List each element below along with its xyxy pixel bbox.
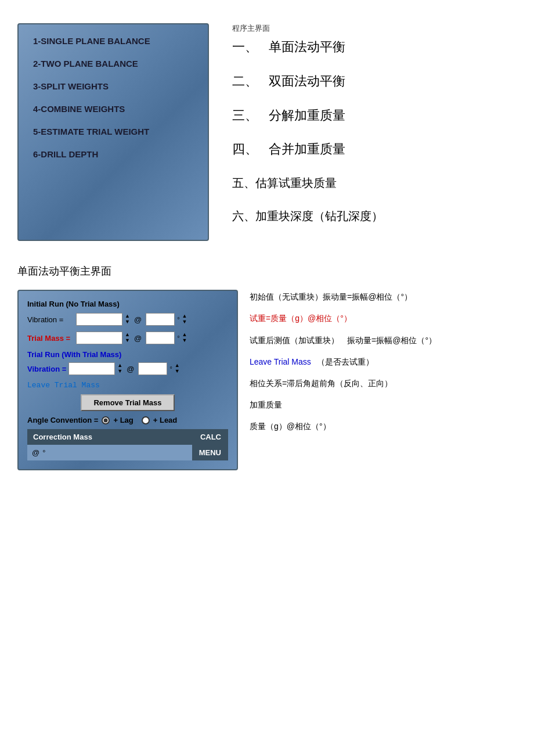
section-title: 单面法动平衡主界面 [17, 264, 517, 278]
balance-desc-text5: 加重质量 [250, 400, 282, 409]
desc-text-4: 合并加重质量 [269, 142, 345, 156]
lead-radio[interactable] [142, 416, 150, 424]
page-container: 1-SINGLE PLANE BALANCE 2-TWO PLANE BALAN… [0, 0, 534, 494]
menu-item-3[interactable]: 3-SPLIT WEIGHTS [33, 81, 193, 91]
lag-radio[interactable] [102, 416, 110, 424]
balance-desc-text1: 初始值（无试重块）振动量=振幅@相位（°） [250, 292, 412, 301]
balance-desc-text3: 试重后测值（加试重块） 振动量=振幅@相位（°） [250, 336, 436, 345]
vibration-input-1-amplitude[interactable] [76, 313, 122, 326]
program-header: 程序主界面 [232, 23, 511, 34]
balance-desc-line1: 初始值（无试重块）振动量=振幅@相位（°） [250, 290, 517, 304]
desc-item-6: 六、加重块深度（钻孔深度） [232, 207, 511, 225]
vibration-input-2-phase[interactable] [138, 362, 167, 375]
vibration-input-1-phase[interactable] [146, 313, 175, 326]
desc-item-3: 三、 分解加重质量 [232, 107, 511, 125]
at-symbol-1: @ [134, 315, 142, 324]
balance-desc-line4: 相位关系=滞后角超前角（反向、正向） [250, 376, 517, 391]
leave-trial-label[interactable]: Leave Trial Mass [27, 381, 100, 390]
trial-mass-input-phase[interactable] [146, 332, 175, 344]
lag-label: + Lag [113, 416, 133, 424]
balance-desc-text6: 质量（g）@相位（°） [250, 422, 331, 431]
desc-text-1: 单面法动平衡 [269, 39, 345, 54]
correction-bottom-row: @ ° [27, 446, 192, 459]
desc-item-5: 五、估算试重块质量 [232, 175, 511, 191]
top-section: 1-SINGLE PLANE BALANCE 2-TWO PLANE BALAN… [17, 23, 517, 241]
balance-desc-text4: 相位关系=滞后角超前角（反向、正向） [250, 379, 392, 388]
balance-desc-text2-red: 试重=质量（g）@相位（°） [250, 314, 352, 323]
menu-item-6[interactable]: 6-DRILL DEPTH [33, 149, 193, 159]
vibration-spinner-1[interactable]: ▲▼ [125, 314, 130, 325]
desc-text-3: 分解加重质量 [269, 108, 345, 123]
angle-convention-row: Angle Convention = + Lag + Lead [27, 416, 228, 424]
balance-desc-line3: 试重后测值（加试重块） 振动量=振幅@相位（°） [250, 333, 517, 348]
desc-num-1: 一、 [232, 39, 258, 54]
correction-section: Correction Mass CALC @ ° MENU [27, 429, 228, 460]
desc-text-5: 五、估算试重块质量 [232, 177, 337, 189]
degree-2: ° [177, 334, 179, 341]
initial-run-header: Initial Run (No Trial Mass) [27, 300, 228, 308]
menu-item-1[interactable]: 1-SINGLE PLANE BALANCE [33, 36, 193, 46]
trial-run-header: Trial Run (With Trial Mass) [27, 350, 228, 359]
at-symbol-3: @ [127, 365, 134, 373]
trial-phase-spinner[interactable]: ▲▼ [182, 332, 187, 344]
desc-num-3: 三、 [232, 108, 258, 123]
calc-button[interactable]: CALC [193, 429, 228, 445]
degree-bottom: ° [42, 448, 45, 457]
vibration-input-2-amplitude[interactable] [68, 362, 115, 375]
vibration-row-2: Vibration = ▲▼ @ ° ▲▼ [27, 362, 228, 375]
desc-num-2: 二、 [232, 74, 258, 88]
desc-item-1: 一、 单面法动平衡 [232, 38, 511, 56]
menu-item-5[interactable]: 5-ESTIMATE TRIAL WEIGHT [33, 127, 193, 136]
desc-text-6: 六、加重块深度（钻孔深度） [232, 210, 383, 222]
balance-container: Initial Run (No Trial Mass) Vibration = … [17, 290, 517, 470]
vibration-spinner-2[interactable]: ▲▼ [117, 363, 122, 375]
vibration-row-1: Vibration = ▲▼ @ ° ▲▼ [27, 313, 228, 326]
vibration-label-2: Vibration = [27, 365, 66, 373]
correction-mass-label: Correction Mass [27, 429, 193, 445]
menu-item-4[interactable]: 4-COMBINE WEIGHTS [33, 104, 193, 114]
balance-panel: Initial Run (No Trial Mass) Vibration = … [17, 290, 238, 470]
menu-item-2[interactable]: 2-TWO PLANE BALANCE [33, 59, 193, 69]
remove-trial-mass-button[interactable]: Remove Trial Mass [81, 394, 174, 411]
trial-mass-label: Trial Mass = [27, 334, 74, 343]
lead-label: + Lead [153, 416, 178, 424]
angle-convention-label: Angle Convention = [27, 416, 98, 424]
correction-top-row: Correction Mass CALC [27, 429, 228, 445]
menu-panel: 1-SINGLE PLANE BALANCE 2-TWO PLANE BALAN… [17, 23, 209, 241]
leave-trial-cn: （是否去试重） [317, 355, 374, 369]
trial-mass-row: Trial Mass = ▲▼ @ ° ▲▼ [27, 332, 228, 344]
menu-button[interactable]: MENU [192, 445, 228, 460]
desc-item-4: 四、 合并加重质量 [232, 141, 511, 159]
degree-1: ° [177, 316, 179, 323]
balance-description: 初始值（无试重块）振动量=振幅@相位（°） 试重=质量（g）@相位（°） 试重后… [250, 290, 517, 441]
desc-num-4: 四、 [232, 142, 258, 156]
degree-3: ° [169, 365, 172, 372]
balance-desc-line2: 试重=质量（g）@相位（°） [250, 311, 517, 326]
vibration-label-1: Vibration = [27, 315, 74, 324]
desc-item-2: 二、 双面法动平衡 [232, 73, 511, 91]
desc-panel: 程序主界面 一、 单面法动平衡 二、 双面法动平衡 三、 分解加重质量 四、 合… [226, 23, 517, 241]
at-symbol-2: @ [134, 334, 142, 343]
leave-trial-desc: Leave Trial Mass [250, 355, 311, 369]
trial-mass-spinner[interactable]: ▲▼ [125, 332, 130, 344]
balance-desc-line5: 加重质量 [250, 398, 517, 412]
at-bottom-symbol: @ [32, 448, 39, 457]
phase-spinner-2[interactable]: ▲▼ [175, 363, 180, 375]
trial-mass-input-amplitude[interactable] [76, 332, 122, 344]
balance-desc-leave: Leave Trial Mass （是否去试重） [250, 355, 517, 369]
desc-text-2: 双面法动平衡 [269, 74, 345, 88]
balance-desc-line6: 质量（g）@相位（°） [250, 419, 517, 434]
phase-spinner-1[interactable]: ▲▼ [182, 314, 187, 325]
